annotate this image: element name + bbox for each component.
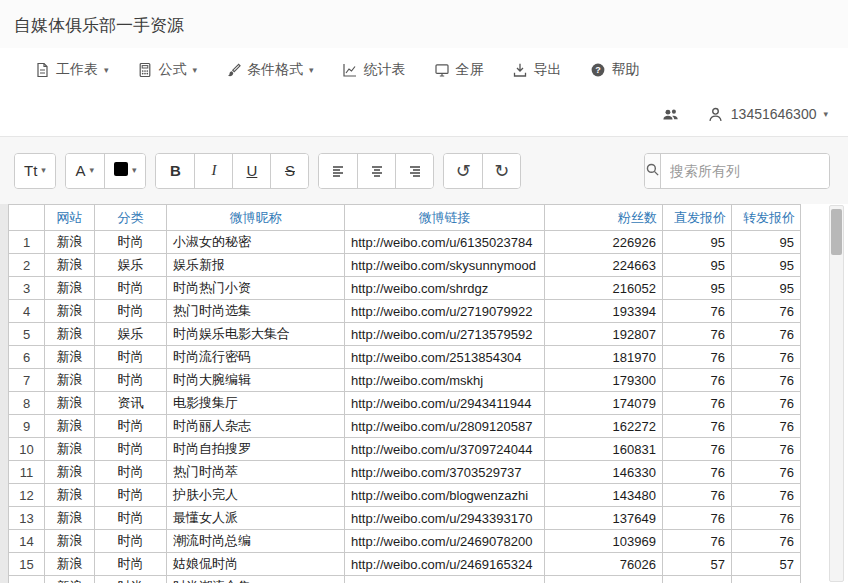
cell-link[interactable]: http://weibo.com/2513854304 — [345, 346, 545, 369]
undo-button[interactable]: ↺ — [444, 154, 482, 188]
cell-website[interactable]: 新浪 — [45, 530, 95, 553]
col-header-category[interactable]: 分类 — [95, 205, 167, 231]
font-size-button[interactable]: Tt▾ — [15, 154, 55, 188]
row-number[interactable]: 12 — [9, 484, 45, 507]
cell-link[interactable]: http://weibo.com/u/2809120587 — [345, 415, 545, 438]
menu-item-formula[interactable]: 公式▾ — [137, 61, 198, 79]
align-center-button[interactable] — [357, 154, 395, 188]
row-number[interactable]: 4 — [9, 300, 45, 323]
cell-fans[interactable]: 181970 — [545, 346, 663, 369]
menu-item-worksheet[interactable]: 工作表▾ — [34, 61, 109, 79]
col-header-nickname[interactable]: 微博昵称 — [167, 205, 345, 231]
cell-direct-price[interactable]: 57 — [663, 553, 732, 576]
cell-category[interactable]: 娱乐 — [95, 254, 167, 277]
cell-repost-price[interactable]: 57 — [732, 576, 801, 583]
cell-website[interactable]: 新浪 — [45, 507, 95, 530]
cell-category[interactable]: 时尚 — [95, 300, 167, 323]
cell-repost-price[interactable]: 76 — [732, 461, 801, 484]
menu-item-stats[interactable]: 统计表 — [342, 61, 406, 79]
cell-category[interactable]: 娱乐 — [95, 323, 167, 346]
cell-website[interactable]: 新浪 — [45, 323, 95, 346]
row-number[interactable]: 11 — [9, 461, 45, 484]
redo-button[interactable]: ↻ — [482, 154, 520, 188]
menu-item-help[interactable]: ?帮助 — [590, 61, 640, 79]
cell-fans[interactable]: 179300 — [545, 369, 663, 392]
cell-link[interactable]: http://weibo.com/shrdgz — [345, 277, 545, 300]
cell-repost-price[interactable]: 76 — [732, 438, 801, 461]
cell-link[interactable]: http://weibo.com/skysunnymood — [345, 254, 545, 277]
cell-fans[interactable]: 192807 — [545, 323, 663, 346]
cell-direct-price[interactable]: 76 — [663, 300, 732, 323]
cell-repost-price[interactable]: 76 — [732, 369, 801, 392]
cell-fans[interactable]: 143480 — [545, 484, 663, 507]
col-header-fans[interactable]: 粉丝数 — [545, 205, 663, 231]
cell-direct-price[interactable]: 76 — [663, 369, 732, 392]
search-input[interactable] — [661, 154, 830, 188]
cell-category[interactable]: 时尚 — [95, 530, 167, 553]
cell-repost-price[interactable]: 76 — [732, 392, 801, 415]
cell-nickname[interactable]: 热门时尚选集 — [167, 300, 345, 323]
row-number[interactable]: 10 — [9, 438, 45, 461]
cell-website[interactable]: 新浪 — [45, 438, 95, 461]
row-number[interactable]: 13 — [9, 507, 45, 530]
cell-repost-price[interactable]: 95 — [732, 231, 801, 254]
cell-link[interactable]: http://weibo.com/3703529737 — [345, 461, 545, 484]
cell-link[interactable]: http://weibo.com/u/2943411944 — [345, 392, 545, 415]
align-left-button[interactable] — [319, 154, 357, 188]
cell-direct-price[interactable]: 76 — [663, 438, 732, 461]
cell-category[interactable]: 时尚 — [95, 369, 167, 392]
cell-fans[interactable]: 103969 — [545, 530, 663, 553]
cell-category[interactable]: 时尚 — [95, 277, 167, 300]
cell-fans[interactable]: 160831 — [545, 438, 663, 461]
cell-nickname[interactable]: 时尚娱乐电影大集合 — [167, 323, 345, 346]
cell-direct-price[interactable]: 76 — [663, 392, 732, 415]
row-number[interactable]: 7 — [9, 369, 45, 392]
cell-category[interactable]: 时尚 — [95, 231, 167, 254]
cell-link[interactable]: http://weibo.com/u/3709724044 — [345, 438, 545, 461]
cell-repost-price[interactable]: 95 — [732, 254, 801, 277]
cell-nickname[interactable]: 时尚自拍搜罗 — [167, 438, 345, 461]
row-number[interactable]: 16 — [9, 576, 45, 583]
cell-website[interactable]: 新浪 — [45, 415, 95, 438]
cell-nickname[interactable]: 热门时尚萃 — [167, 461, 345, 484]
cell-category[interactable]: 时尚 — [95, 576, 167, 583]
cell-direct-price[interactable]: 95 — [663, 254, 732, 277]
cell-category[interactable]: 时尚 — [95, 461, 167, 484]
cell-fans[interactable]: 226926 — [545, 231, 663, 254]
font-color-button[interactable]: A▾ — [66, 154, 104, 188]
col-header-website[interactable]: 网站 — [45, 205, 95, 231]
cell-link[interactable]: http://weibo.com/u/2713579592 — [345, 323, 545, 346]
row-number[interactable]: 2 — [9, 254, 45, 277]
cell-fans[interactable]: 174079 — [545, 392, 663, 415]
cell-direct-price[interactable]: 76 — [663, 507, 732, 530]
cell-nickname[interactable]: 护肤小完人 — [167, 484, 345, 507]
cell-category[interactable]: 资讯 — [95, 392, 167, 415]
cell-repost-price[interactable]: 95 — [732, 277, 801, 300]
cell-website[interactable]: 新浪 — [45, 461, 95, 484]
cell-fans[interactable]: 193394 — [545, 300, 663, 323]
cell-fans[interactable]: 162272 — [545, 415, 663, 438]
cell-website[interactable]: 新浪 — [45, 254, 95, 277]
cell-direct-price[interactable]: 95 — [663, 231, 732, 254]
cell-website[interactable]: 新浪 — [45, 392, 95, 415]
cell-fans[interactable]: 137649 — [545, 507, 663, 530]
menu-item-conditional-format[interactable]: 条件格式▾ — [225, 61, 314, 79]
cell-fans[interactable]: 74899 — [545, 576, 663, 583]
cell-fans[interactable]: 146330 — [545, 461, 663, 484]
cell-link[interactable]: http://weibo.com/u/2943393170 — [345, 507, 545, 530]
cell-website[interactable]: 新浪 — [45, 346, 95, 369]
cell-nickname[interactable]: 娱乐新报 — [167, 254, 345, 277]
cell-website[interactable]: 新浪 — [45, 277, 95, 300]
cell-nickname[interactable]: 时尚热门小资 — [167, 277, 345, 300]
cell-direct-price[interactable]: 76 — [663, 323, 732, 346]
cell-repost-price[interactable]: 76 — [732, 507, 801, 530]
cell-category[interactable]: 时尚 — [95, 507, 167, 530]
cell-direct-price[interactable]: 57 — [663, 576, 732, 583]
underline-button[interactable]: U — [232, 154, 270, 188]
cell-repost-price[interactable]: 76 — [732, 323, 801, 346]
cell-category[interactable]: 时尚 — [95, 553, 167, 576]
cell-link[interactable]: http://weibo.com/u/2719079922 — [345, 300, 545, 323]
cell-nickname[interactable]: 时尚潮流合集 — [167, 576, 345, 583]
cell-category[interactable]: 时尚 — [95, 438, 167, 461]
cell-direct-price[interactable]: 76 — [663, 415, 732, 438]
